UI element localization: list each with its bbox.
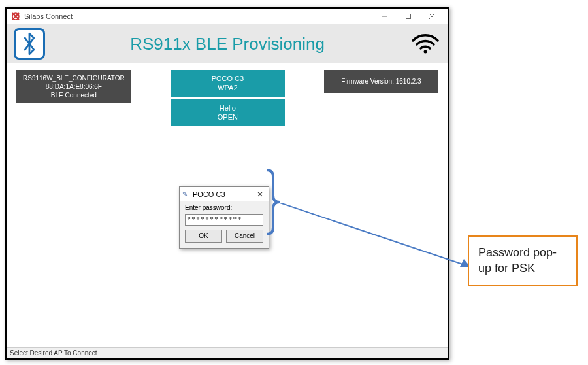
ok-button[interactable]: OK	[185, 230, 222, 243]
ap-ssid: POCO C3	[184, 74, 272, 83]
ap-security: OPEN	[184, 113, 272, 122]
feather-icon: ✎	[182, 190, 190, 198]
popup-titlebar: ✎ POCO C3 ✕	[180, 187, 269, 201]
device-mac: 88:DA:1A:E8:06:6F	[23, 82, 125, 91]
header-band: RS911x BLE Provisioning	[7, 24, 448, 63]
password-input[interactable]	[185, 214, 263, 226]
cancel-button[interactable]: Cancel	[226, 230, 263, 243]
popup-title: POCO C3	[193, 190, 225, 198]
titlebar-text: Silabs Connect	[24, 12, 73, 20]
svg-rect-2	[406, 14, 411, 18]
ap-list: POCO C3 WPA2 Hello OPEN	[171, 70, 285, 126]
device-name: RS9116W_BLE_CONFIGURATOR	[23, 74, 125, 82]
minimize-button[interactable]	[373, 9, 397, 24]
ap-item[interactable]: Hello OPEN	[171, 99, 285, 126]
callout-text: Password pop-up for PSK	[478, 246, 557, 275]
svg-point-5	[424, 50, 427, 54]
content-row: RS9116W_BLE_CONFIGURATOR 88:DA:1A:E8:06:…	[7, 63, 448, 126]
status-bar: Select Desired AP To Connect	[7, 347, 448, 358]
bracket-annotation	[267, 167, 280, 237]
app-window: Silabs Connect RS911x BLE Provisioning	[5, 7, 449, 360]
popup-close-button[interactable]: ✕	[254, 190, 266, 199]
password-label: Enter password:	[185, 204, 263, 211]
close-button[interactable]	[420, 9, 444, 24]
titlebar: Silabs Connect	[7, 9, 448, 24]
firmware-text: Firmware Version: 1610.2.3	[341, 78, 421, 85]
status-text: Select Desired AP To Connect	[10, 349, 97, 356]
bluetooth-icon	[14, 28, 45, 60]
ap-security: WPA2	[184, 83, 272, 92]
ap-item[interactable]: POCO C3 WPA2	[171, 70, 285, 97]
password-popup: ✎ POCO C3 ✕ Enter password: OK Cancel	[179, 186, 269, 249]
popup-body: Enter password: OK Cancel	[180, 201, 269, 248]
app-icon	[11, 12, 20, 21]
wifi-icon	[410, 28, 441, 60]
device-info-box: RS9116W_BLE_CONFIGURATOR 88:DA:1A:E8:06:…	[16, 70, 131, 103]
ap-ssid: Hello	[184, 103, 272, 113]
firmware-box: Firmware Version: 1610.2.3	[324, 70, 438, 93]
maximize-button[interactable]	[397, 9, 420, 24]
callout-box: Password pop-up for PSK	[468, 235, 578, 286]
device-status: BLE Connected	[23, 91, 125, 99]
page-title: RS911x BLE Provisioning	[45, 34, 410, 54]
